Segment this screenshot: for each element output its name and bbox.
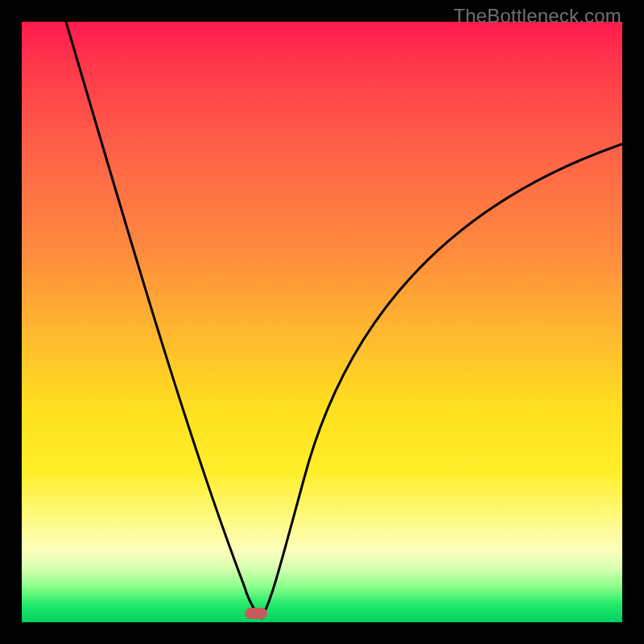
curve-svg [22, 22, 622, 622]
plot-area [22, 22, 622, 622]
bottleneck-curve [66, 22, 622, 618]
watermark-text: TheBottleneck.com [453, 5, 621, 27]
min-marker [245, 608, 267, 619]
chart-frame: TheBottleneck.com [0, 0, 644, 644]
